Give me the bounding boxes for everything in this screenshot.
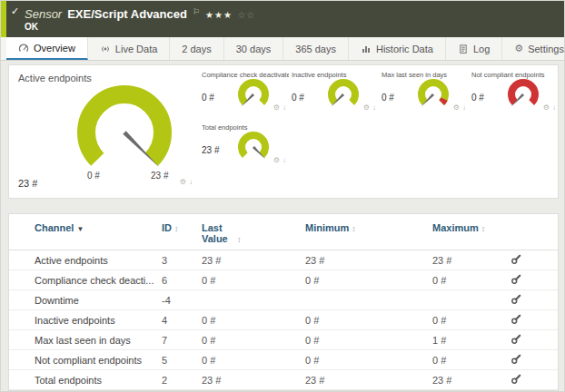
gauge-dial bbox=[233, 129, 274, 169]
tab-label: Overview bbox=[34, 43, 75, 54]
channel-name[interactable]: Inactive endpoints bbox=[9, 310, 158, 330]
channel-table: Channel▼ID↕Last Value↕Minimum↕Maximum↕ A… bbox=[9, 214, 559, 390]
gauges-panel: Active endpoints 0 # 23 # 23 # ⚙ ↓ Compl… bbox=[8, 64, 559, 199]
channel-settings-icon[interactable] bbox=[510, 333, 522, 347]
gear-icon: ⚙ bbox=[514, 43, 523, 54]
tab-historic-data[interactable]: Historic Data bbox=[349, 37, 446, 60]
column-label: Last Value bbox=[202, 222, 234, 244]
small-gauges: Compliance check deactivated0 #⚙↓Inactiv… bbox=[200, 65, 560, 198]
gauge-total-endpoints: Total endpoints23 #⚙↓ bbox=[200, 118, 290, 171]
gauge-actions: ⚙↓ bbox=[543, 103, 556, 112]
maximum-value: 0 # bbox=[429, 270, 501, 290]
channel-name[interactable]: Max last seen in days bbox=[9, 330, 158, 350]
download-icon[interactable]: ↓ bbox=[282, 156, 286, 164]
flag-icon[interactable]: ⚐ bbox=[193, 7, 200, 16]
column-header-last-value[interactable]: Last Value↕ bbox=[198, 214, 302, 250]
minimum-value bbox=[302, 290, 429, 310]
download-icon[interactable]: ↓ bbox=[282, 103, 286, 112]
column-header-id[interactable]: ID↕ bbox=[158, 214, 198, 250]
sort-icon: ▼ bbox=[76, 225, 84, 233]
column-header-maximum[interactable]: Maximum↕ bbox=[429, 214, 501, 250]
tab-log[interactable]: Log bbox=[446, 37, 502, 60]
tab-30-days[interactable]: 30 days bbox=[224, 37, 284, 60]
minimum-value: 0 # bbox=[302, 310, 429, 330]
gear-icon[interactable]: ⚙ bbox=[363, 103, 370, 112]
tab-2-days[interactable]: 2 days bbox=[170, 37, 223, 60]
channel-settings-icon[interactable] bbox=[510, 313, 522, 327]
channel-settings-icon[interactable] bbox=[510, 273, 522, 287]
gauge-dial bbox=[233, 76, 274, 116]
tab-365-days[interactable]: 365 days bbox=[283, 37, 349, 60]
table-row: Downtime-4 bbox=[9, 290, 559, 310]
channel-settings-icon[interactable] bbox=[510, 253, 522, 267]
channel-name[interactable]: Compliance check deacti... bbox=[9, 270, 158, 290]
column-header-channel[interactable]: Channel▼ bbox=[9, 214, 158, 250]
tab-label: 365 days bbox=[295, 44, 336, 54]
download-icon[interactable]: ↓ bbox=[372, 103, 376, 112]
gear-icon[interactable]: ⚙ bbox=[273, 103, 280, 112]
gauge-actions: ⚙↓ bbox=[273, 103, 286, 112]
chart-icon bbox=[361, 44, 372, 54]
last-value: 0 # bbox=[198, 270, 302, 290]
gear-icon[interactable]: ⚙ bbox=[273, 156, 280, 164]
minimum-value: 0 # bbox=[302, 330, 429, 350]
channel-id: 7 bbox=[158, 330, 198, 350]
maximum-value: 0 # bbox=[429, 310, 501, 330]
column-label: Minimum bbox=[305, 222, 349, 233]
table-row: Inactive endpoints40 #0 #0 # bbox=[9, 310, 559, 330]
column-label: Channel bbox=[35, 222, 74, 233]
header-title-line: Sensor EXE/Script Advanced ⚐ ★★★ ☆☆ bbox=[25, 5, 255, 22]
gauge-icon bbox=[18, 43, 29, 54]
gauge-value: 23 # bbox=[202, 145, 219, 155]
minimum-value: 23 # bbox=[302, 250, 429, 270]
gauge-dial bbox=[502, 76, 544, 116]
channel-name[interactable]: Total endpoints bbox=[9, 370, 158, 390]
gauge-value: 0 # bbox=[471, 93, 484, 103]
download-icon[interactable]: ↓ bbox=[552, 103, 556, 112]
last-value: 23 # bbox=[198, 250, 302, 270]
gauge-min-label: 0 # bbox=[87, 171, 100, 181]
channel-settings-icon[interactable] bbox=[510, 373, 522, 387]
star-rating-empty: ☆☆ bbox=[237, 10, 255, 20]
tab-label: Log bbox=[473, 44, 490, 54]
tab-live-data[interactable]: Live Data bbox=[88, 37, 170, 60]
tab-overview[interactable]: Overview bbox=[6, 37, 88, 60]
sort-icon: ↕ bbox=[237, 235, 242, 244]
sort-icon: ↕ bbox=[352, 224, 356, 233]
channel-id: 4 bbox=[158, 310, 198, 330]
channel-settings-icon[interactable] bbox=[510, 353, 522, 367]
tab-bar: Overview Live Data 2 days 30 days 365 da… bbox=[1, 37, 564, 61]
last-value: 0 # bbox=[198, 330, 302, 350]
channel-name[interactable]: Downtime bbox=[9, 290, 158, 310]
object-kind-label: Sensor bbox=[25, 7, 62, 21]
sort-icon: ↕ bbox=[481, 224, 486, 233]
gauge-compliance-check-deactivated: Compliance check deactivated0 #⚙↓ bbox=[200, 65, 290, 118]
channel-name[interactable]: Not compliant endpoints bbox=[9, 350, 158, 370]
tab-label: Live Data bbox=[115, 44, 157, 54]
check-icon: ✓ bbox=[11, 5, 19, 17]
gauge-inactive-endpoints: Inactive endpoints0 #⚙↓ bbox=[290, 65, 380, 118]
tab-label: Historic Data bbox=[376, 44, 433, 54]
minimum-value: 0 # bbox=[302, 270, 429, 290]
log-icon bbox=[458, 44, 469, 54]
column-label: ID bbox=[162, 222, 172, 233]
table-row: Not compliant endpoints50 #0 #0 # bbox=[9, 350, 559, 370]
download-icon[interactable]: ↓ bbox=[189, 178, 193, 186]
gear-icon[interactable]: ⚙ bbox=[180, 178, 186, 186]
gauge-max-label: 23 # bbox=[151, 171, 168, 181]
download-icon[interactable]: ↓ bbox=[462, 103, 466, 112]
channel-name[interactable]: Active endpoints bbox=[9, 250, 158, 270]
channel-settings-icon[interactable] bbox=[510, 293, 522, 307]
gauge-value: 23 # bbox=[18, 178, 37, 189]
gauge-actions: ⚙ ↓ bbox=[180, 178, 193, 186]
tab-settings[interactable]: ⚙ Settings bbox=[502, 37, 565, 60]
minimum-value: 23 # bbox=[302, 370, 429, 390]
table-row: Compliance check deacti...60 #0 #0 # bbox=[9, 270, 559, 290]
priority-stars[interactable]: ★★★ ☆☆ bbox=[205, 5, 255, 22]
maximum-value: 1 # bbox=[429, 330, 501, 350]
column-header-minimum[interactable]: Minimum↕ bbox=[302, 214, 429, 250]
gear-icon[interactable]: ⚙ bbox=[453, 103, 460, 112]
last-value bbox=[198, 290, 302, 310]
gear-icon[interactable]: ⚙ bbox=[543, 103, 550, 112]
column-label: Maximum bbox=[432, 222, 479, 233]
